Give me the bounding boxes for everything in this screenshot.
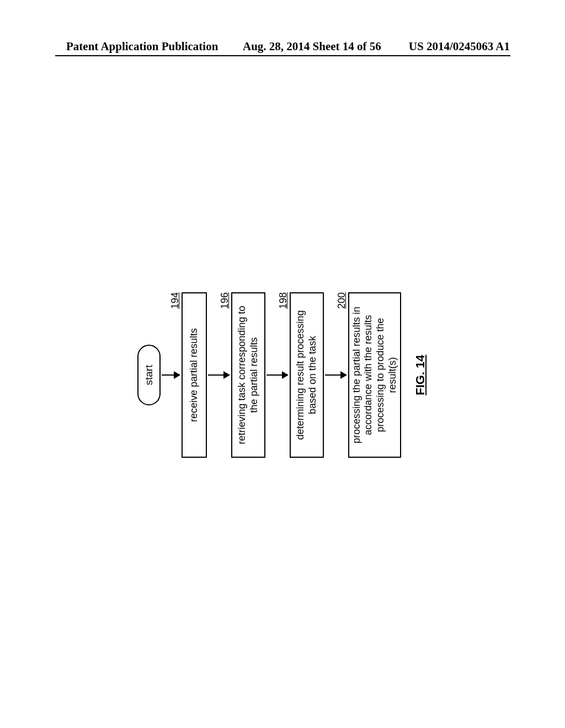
- figure-caption: FIG. 14: [413, 355, 428, 395]
- flow-step-text: retrieving task corresponding to the par…: [236, 299, 260, 451]
- flow-arrow: [207, 292, 231, 458]
- flow-step: 198 determining result processing based …: [290, 292, 324, 458]
- flow-step-text: determining result processing based on t…: [295, 299, 318, 451]
- flow-arrow: [161, 292, 182, 458]
- flow-start-label: start: [143, 365, 155, 386]
- flow-step-box: receive partial results: [182, 292, 207, 458]
- flow-step-number: 198: [278, 292, 289, 309]
- flow-arrow: [265, 292, 290, 458]
- patent-page: Patent Application Publication Aug. 28, …: [0, 0, 565, 728]
- flow-step-box: processing the partial results in accord…: [348, 292, 401, 458]
- flow-step: 200 processing the partial results in ac…: [348, 292, 401, 458]
- flow-step-text: receive partial results: [188, 328, 200, 422]
- flow-step-number: 200: [336, 292, 348, 309]
- header-left: Patent Application Publication: [66, 40, 218, 53]
- flowchart: start 194 receive partial results 196 re…: [137, 281, 428, 469]
- flow-step: 194 receive partial results: [182, 292, 207, 458]
- header-rule: [55, 55, 510, 56]
- flow-step-number: 196: [219, 292, 231, 309]
- figure-rotated-container: start 194 receive partial results 196 re…: [137, 281, 428, 469]
- header-right: US 2014/0245063 A1: [409, 40, 510, 53]
- flow-step: 196 retrieving task corresponding to the…: [231, 292, 265, 458]
- flow-step-number: 194: [169, 292, 181, 309]
- flow-step-box: determining result processing based on t…: [290, 292, 324, 458]
- flow-arrow: [324, 292, 348, 458]
- header-center: Aug. 28, 2014 Sheet 14 of 56: [243, 40, 381, 53]
- flow-step-box: retrieving task corresponding to the par…: [231, 292, 265, 458]
- flow-step-text: processing the partial results in accord…: [351, 299, 398, 451]
- flow-start: start: [137, 345, 161, 405]
